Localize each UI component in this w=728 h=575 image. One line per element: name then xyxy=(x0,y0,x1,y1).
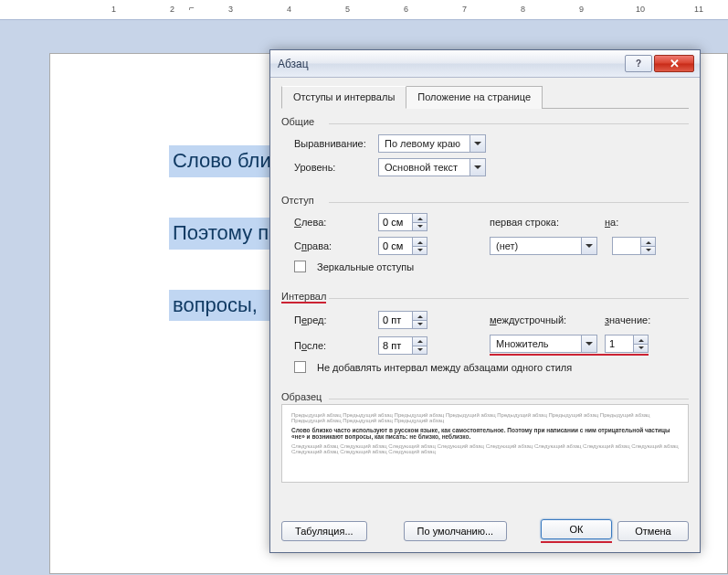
linespacing-label: междустрочный: xyxy=(490,314,590,325)
spinner-down-icon[interactable] xyxy=(413,246,427,254)
spinner-up-icon[interactable] xyxy=(634,335,648,344)
group-preview-title: Образец xyxy=(281,391,689,404)
tabulation-label: Табуляция... xyxy=(295,526,353,537)
indent-right-spinner[interactable] xyxy=(378,237,427,255)
indent-left-input[interactable] xyxy=(379,214,412,230)
preview-prev: Предыдущий абзац Предыдущий абзац Предыд… xyxy=(291,412,679,423)
spinner-up-icon[interactable] xyxy=(641,238,655,246)
chevron-down-icon[interactable] xyxy=(470,159,485,176)
spinner-down-icon[interactable] xyxy=(413,346,427,354)
ruler-number: 5 xyxy=(345,5,350,14)
after-spinner[interactable] xyxy=(378,336,427,355)
spinner-down-icon[interactable] xyxy=(634,344,648,352)
group-general-title: Общие xyxy=(281,116,689,129)
chevron-down-icon[interactable] xyxy=(581,335,596,352)
group-spacing: Интервал Перед: междустрочный: значение:… xyxy=(281,291,689,382)
after-input[interactable] xyxy=(379,337,412,354)
spinner-up-icon[interactable] xyxy=(413,337,427,346)
tab-indents-label: Отступы и интервалы xyxy=(293,91,395,102)
level-combo[interactable]: Основной текст xyxy=(378,158,486,176)
preview-next: Следующий абзац Следующий абзац Следующи… xyxy=(291,443,679,454)
tabulation-button[interactable]: Табуляция... xyxy=(281,521,367,541)
doc-line-1-left: Слово бли xyxy=(173,149,271,172)
chevron-down-icon[interactable] xyxy=(470,135,485,152)
alignment-value: По левому краю xyxy=(379,138,470,149)
group-preview: Образец Предыдущий абзац Предыдущий абза… xyxy=(281,391,689,483)
group-indent-title: Отступ xyxy=(281,195,689,208)
before-spinner[interactable] xyxy=(378,311,427,329)
indent-right-input[interactable] xyxy=(379,238,412,254)
indent-right-label: Справа: xyxy=(294,240,373,251)
horizontal-ruler: ⌐ 1 2 3 4 5 6 7 8 9 10 11 xyxy=(0,0,728,20)
alignment-label: Выравнивание: xyxy=(294,138,373,149)
tab-position-label: Положение на странице xyxy=(417,91,531,102)
by-label: на: xyxy=(605,217,618,228)
linespacing-value: Множитель xyxy=(491,338,581,349)
tab-marker[interactable]: ⌐ xyxy=(189,3,195,13)
preview-box: Предыдущий абзац Предыдущий абзац Предыд… xyxy=(281,404,689,483)
spinner-up-icon[interactable] xyxy=(413,238,427,246)
nosame-checkbox[interactable] xyxy=(294,361,306,373)
indent-left-label: Слева: xyxy=(294,217,373,228)
ruler-number: 6 xyxy=(404,5,408,14)
ruler-number: 1 xyxy=(111,5,116,14)
cancel-button[interactable]: Отмена xyxy=(617,521,689,541)
ruler-number: 9 xyxy=(579,5,584,14)
ruler-number: 4 xyxy=(287,5,291,14)
tab-indents[interactable]: Отступы и интервалы xyxy=(281,86,406,109)
chevron-down-icon[interactable] xyxy=(581,238,596,254)
by-input[interactable] xyxy=(613,238,640,254)
firstline-combo[interactable]: (нет) xyxy=(490,237,597,255)
spinner-down-icon[interactable] xyxy=(641,246,655,254)
after-label: После: xyxy=(294,340,373,351)
level-label: Уровень: xyxy=(294,162,373,173)
doc-line-3: вопросы, xyxy=(173,293,258,316)
ruler-number: 11 xyxy=(694,5,703,14)
help-button[interactable]: ? xyxy=(625,55,652,72)
ruler-number: 10 xyxy=(636,5,645,14)
paragraph-dialog: Абзац ? ✕ Отступы и интервалы Положение … xyxy=(269,49,701,553)
group-indent: Отступ Слева: первая строка: на: Справа: xyxy=(281,195,689,282)
spacing-value-input[interactable] xyxy=(606,335,633,352)
titlebar[interactable]: Абзац ? ✕ xyxy=(270,50,700,78)
close-button[interactable]: ✕ xyxy=(654,55,694,72)
tab-position[interactable]: Положение на странице xyxy=(406,86,543,109)
before-input[interactable] xyxy=(379,312,412,328)
default-button[interactable]: По умолчанию... xyxy=(404,521,508,541)
ruler-number: 8 xyxy=(521,5,525,14)
before-label: Перед: xyxy=(294,314,373,325)
ok-label: ОК xyxy=(570,524,584,535)
ok-button[interactable]: ОК xyxy=(541,519,612,539)
spinner-up-icon[interactable] xyxy=(413,312,427,320)
firstline-label: первая строка: xyxy=(490,217,590,228)
firstline-value: (нет) xyxy=(491,240,581,251)
group-spacing-title: Интервал xyxy=(281,291,689,305)
ruler-number: 3 xyxy=(228,5,233,14)
value-label: значение: xyxy=(605,314,650,325)
linespacing-combo[interactable]: Множитель xyxy=(490,335,597,353)
ruler-number: 2 xyxy=(170,5,174,14)
dialog-title: Абзац xyxy=(276,58,309,70)
spinner-down-icon[interactable] xyxy=(413,222,427,230)
indent-left-spinner[interactable] xyxy=(378,213,427,231)
doc-line-2-left: Поэтому п xyxy=(173,221,269,244)
ruler-number: 7 xyxy=(462,5,467,14)
level-value: Основной текст xyxy=(379,162,470,173)
mirror-label: Зеркальные отступы xyxy=(317,261,414,272)
default-label: По умолчанию... xyxy=(417,526,494,537)
alignment-combo[interactable]: По левому краю xyxy=(378,134,486,153)
cancel-label: Отмена xyxy=(635,526,670,537)
by-spinner[interactable] xyxy=(612,237,656,255)
spinner-up-icon[interactable] xyxy=(413,214,427,222)
nosame-label: Не добавлять интервал между абзацами одн… xyxy=(317,362,572,373)
spinner-down-icon[interactable] xyxy=(413,320,427,328)
tabs: Отступы и интервалы Положение на страниц… xyxy=(281,85,689,109)
mirror-checkbox[interactable] xyxy=(294,261,306,272)
group-general: Общие Выравнивание: По левому краю Урове… xyxy=(281,116,689,186)
dialog-footer: Табуляция... По умолчанию... ОК Отмена xyxy=(281,519,689,543)
spacing-value-spinner[interactable] xyxy=(605,335,649,353)
preview-main: Слово близко часто используют в русском … xyxy=(291,427,679,440)
